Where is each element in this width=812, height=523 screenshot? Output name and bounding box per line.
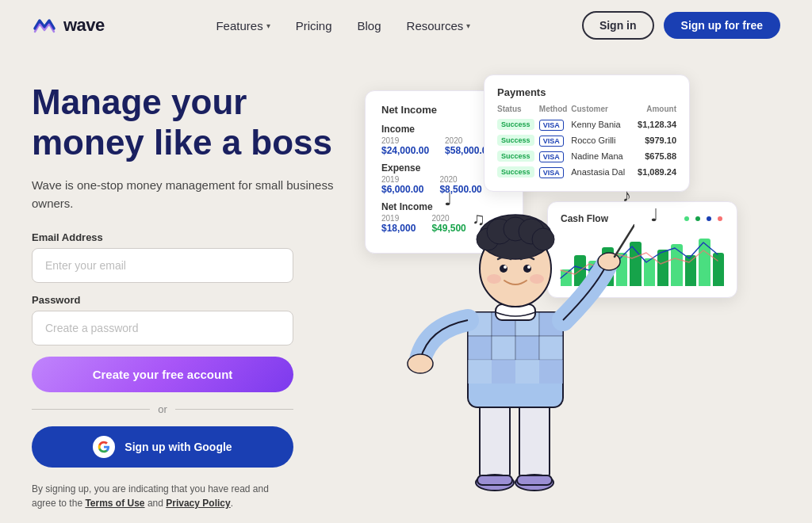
music-note-3: ♪	[622, 185, 631, 206]
svg-rect-11	[468, 336, 492, 360]
nav-blog[interactable]: Blog	[347, 13, 393, 39]
svg-point-21	[598, 253, 620, 270]
chevron-down-icon: ▾	[266, 21, 270, 30]
disclaimer-text: By signing up, you are indicating that y…	[32, 482, 293, 510]
navbar: wave Features ▾ Pricing Blog Resources ▾…	[0, 0, 812, 51]
create-account-button[interactable]: Create your free account	[32, 357, 293, 392]
svg-rect-0	[480, 399, 510, 479]
svg-rect-18	[539, 360, 563, 384]
music-note-2: ♫	[472, 209, 485, 230]
email-input[interactable]	[32, 248, 293, 283]
nav-pricing[interactable]: Pricing	[285, 13, 343, 39]
divider-text: or	[158, 403, 167, 415]
google-icon	[93, 436, 115, 458]
google-btn-label: Sign up with Google	[124, 441, 232, 453]
email-label: Email Address	[32, 231, 349, 243]
privacy-link[interactable]: Privacy Policy	[166, 498, 230, 509]
svg-rect-17	[515, 360, 539, 384]
svg-rect-1	[519, 399, 550, 479]
svg-rect-3	[477, 475, 512, 485]
cashflow-legend	[684, 215, 724, 223]
signin-button[interactable]: Sign in	[582, 11, 654, 40]
divider-line-left	[32, 409, 150, 410]
signup-button[interactable]: Sign up for free	[664, 12, 780, 39]
svg-point-35	[530, 274, 544, 284]
svg-rect-16	[492, 360, 515, 384]
nav-actions: Sign in Sign up for free	[582, 11, 780, 40]
nav-links: Features ▾ Pricing Blog Resources ▾	[205, 13, 481, 39]
svg-rect-15	[468, 360, 492, 384]
svg-rect-13	[515, 336, 539, 360]
logo[interactable]: wave	[32, 13, 105, 38]
svg-rect-5	[517, 475, 552, 485]
svg-point-31	[523, 265, 531, 273]
google-signup-button[interactable]: Sign up with Google	[32, 426, 293, 468]
svg-point-32	[504, 265, 507, 269]
chevron-down-icon: ▾	[466, 21, 470, 30]
music-note-1: ♩	[444, 189, 452, 210]
music-note-4: ♩	[650, 205, 658, 226]
divider: or	[32, 403, 293, 415]
main-content: Manage your money like a boss Wave is on…	[0, 51, 812, 523]
svg-point-33	[527, 265, 530, 269]
character-illustration	[396, 146, 634, 523]
terms-link[interactable]: Terms of Use	[85, 498, 144, 509]
svg-point-34	[487, 274, 501, 284]
hero-title: Manage your money like a boss	[32, 82, 349, 162]
left-panel: Manage your money like a boss Wave is on…	[32, 67, 349, 510]
brand-name: wave	[63, 15, 105, 36]
nav-features[interactable]: Features ▾	[205, 13, 281, 39]
hero-subtitle: Wave is one-stop money management for sm…	[32, 177, 349, 212]
svg-point-20	[408, 354, 433, 373]
svg-rect-14	[539, 336, 563, 360]
password-label: Password	[32, 294, 349, 306]
svg-point-30	[500, 265, 508, 273]
right-panel: Net Income Income 2019 $24,000.00 2020 $…	[349, 67, 780, 523]
nav-resources[interactable]: Resources ▾	[396, 13, 482, 39]
payments-card-title: Payments	[497, 86, 676, 98]
svg-rect-12	[492, 336, 515, 360]
password-input[interactable]	[32, 311, 293, 345]
svg-point-29	[532, 228, 554, 250]
svg-line-22	[615, 225, 634, 257]
logo-icon	[32, 13, 57, 38]
divider-line-right	[175, 409, 293, 410]
table-row: Success VISA Kenny Bania $1,128.34	[497, 116, 676, 132]
